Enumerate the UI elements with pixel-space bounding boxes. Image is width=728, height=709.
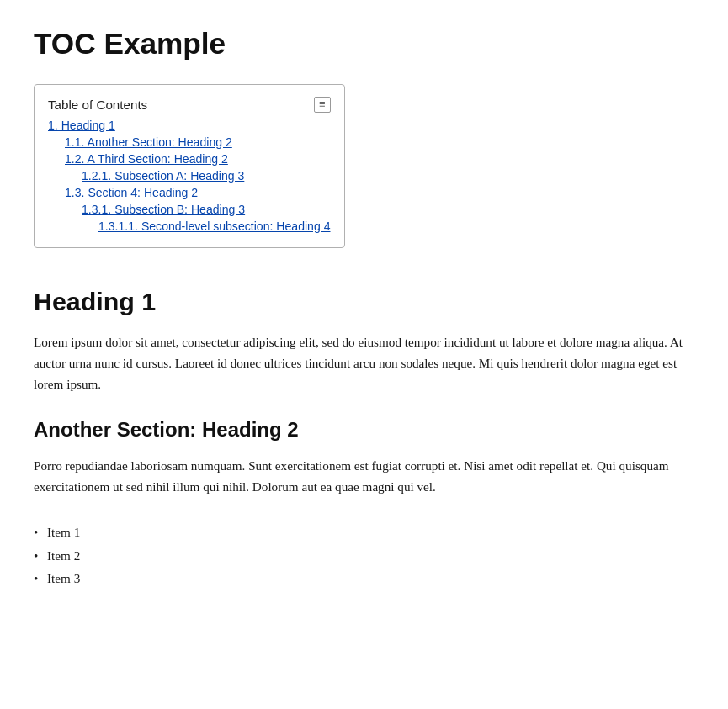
toc-link-5[interactable]: 1.3. Section 4: Heading 2 [65,186,198,199]
toc-header: Table of Contents ≡ [48,97,331,113]
list-item: Item 3 [34,567,694,590]
page-title: TOC Example [34,27,694,61]
toc-item-2: 1.1. Another Section: Heading 2 [48,135,331,150]
toc-list: 1. Heading 1 1.1. Another Section: Headi… [48,118,331,234]
toc-link-2[interactable]: 1.1. Another Section: Heading 2 [65,135,232,149]
toc-item-6: 1.3.1. Subsection B: Heading 3 [48,202,331,217]
toc-item-1: 1. Heading 1 [48,118,331,133]
section-heading-1: Heading 1 [34,287,694,316]
toc-link-1[interactable]: 1. Heading 1 [48,119,115,132]
list-item: Item 2 [34,544,694,567]
toc-link-3[interactable]: 1.2. A Third Section: Heading 2 [65,152,228,166]
toc-item-7: 1.3.1.1. Second-level subsection: Headin… [48,219,331,234]
section-heading-2-block: Another Section: Heading 2 Porro repudia… [34,418,694,590]
section-heading-2-paragraph: Porro repudiandae laboriosam numquam. Su… [34,455,694,497]
toc-link-6[interactable]: 1.3.1. Subsection B: Heading 3 [82,203,245,216]
toc-link-4[interactable]: 1.2.1. Subsection A: Heading 3 [82,169,244,183]
list-item: Item 1 [34,521,694,543]
toc-title: Table of Contents [48,98,147,112]
bullet-list: Item 1 Item 2 Item 3 [34,521,694,590]
toc-toggle-button[interactable]: ≡ [314,97,330,113]
toc-box: Table of Contents ≡ 1. Heading 1 1.1. An… [34,84,345,248]
toc-item-3: 1.2. A Third Section: Heading 2 [48,151,331,167]
section-heading-1-block: Heading 1 Lorem ipsum dolor sit amet, co… [34,287,694,394]
toc-link-7[interactable]: 1.3.1.1. Second-level subsection: Headin… [98,220,331,233]
section-heading-1-paragraph: Lorem ipsum dolor sit amet, consectetur … [34,331,694,394]
section-heading-2: Another Section: Heading 2 [34,418,694,442]
toc-item-4: 1.2.1. Subsection A: Heading 3 [48,168,331,183]
toc-item-5: 1.3. Section 4: Heading 2 [48,185,331,200]
